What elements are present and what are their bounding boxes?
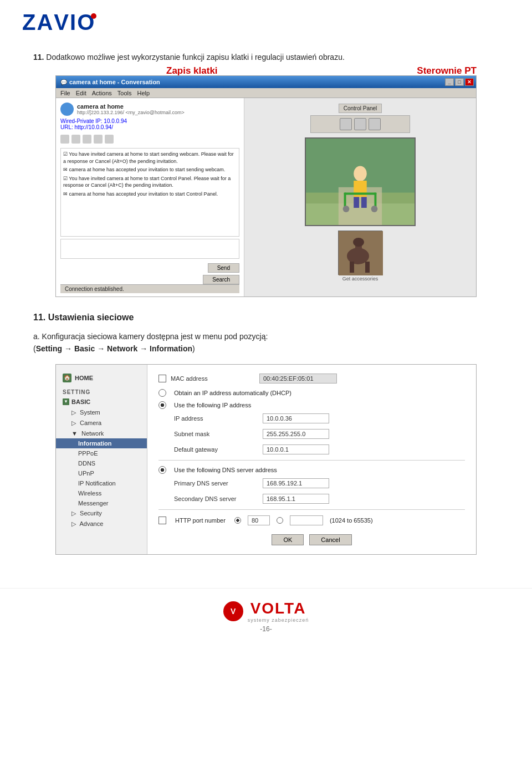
logo-o: O bbox=[77, 10, 94, 35]
toolbar-icon-5[interactable] bbox=[105, 135, 114, 144]
ip-address-row: IP address bbox=[158, 413, 465, 423]
menu-tools[interactable]: Tools bbox=[117, 90, 132, 96]
chat-right-panel: Control Panel bbox=[244, 98, 476, 297]
maximize-button[interactable]: □ bbox=[455, 78, 464, 86]
http-port-input[interactable] bbox=[248, 515, 270, 525]
svg-point-18 bbox=[371, 206, 378, 212]
http-port-custom-input[interactable] bbox=[290, 515, 323, 525]
arrow3: → bbox=[140, 344, 150, 353]
section11-path: (Setting → Basic → Network → Information… bbox=[33, 344, 195, 353]
main-content: 11. Dodatkowo możliwe jest wykorzystanie… bbox=[0, 40, 532, 582]
ok-button[interactable]: OK bbox=[272, 534, 304, 545]
subnet-mask-input[interactable] bbox=[263, 429, 329, 439]
chat-content-area: camera at home http://[220.133.2.196/ <m… bbox=[56, 98, 476, 297]
mac-checkbox[interactable] bbox=[158, 375, 166, 382]
sidebar-item-system[interactable]: ▷ System bbox=[56, 407, 147, 418]
section11-text: a. Konfiguracja sieciowa kamery dostępna… bbox=[33, 330, 499, 355]
close-button[interactable]: ✕ bbox=[465, 78, 474, 86]
arrow1: → bbox=[64, 344, 74, 353]
ctrl-icon-3[interactable] bbox=[369, 118, 381, 130]
secondary-dns-row: Secondary DNS server bbox=[158, 494, 465, 504]
port-custom-radio[interactable] bbox=[277, 517, 283, 524]
thumbnail-image bbox=[338, 231, 382, 275]
sidebar-item-ddns[interactable]: DDNS bbox=[56, 458, 147, 468]
search-button[interactable]: Search bbox=[203, 275, 239, 284]
section11-heading: 11. Ustawienia sieciowe bbox=[33, 313, 499, 323]
mac-address-row: MAC address bbox=[158, 374, 465, 384]
footer-logo-area: V VOLTA systemy zabezpieczeń bbox=[0, 600, 532, 623]
window-controls: _ □ ✕ bbox=[445, 78, 474, 86]
static-ip-label: Use the following IP address bbox=[174, 402, 251, 408]
network-icon: ▼ bbox=[71, 430, 78, 437]
sidebar-item-camera[interactable]: ▷ Camera bbox=[56, 418, 147, 428]
toolbar-icon-4[interactable] bbox=[94, 135, 103, 144]
sidebar-item-advance[interactable]: ▷ Advance bbox=[56, 519, 147, 529]
basic-label: BASIC bbox=[71, 398, 90, 405]
footer-logo-icon: V bbox=[223, 601, 243, 621]
subnet-mask-row: Subnet mask bbox=[158, 429, 465, 439]
advance-icon: ▷ bbox=[71, 520, 76, 527]
header: Z A V I O bbox=[0, 0, 532, 40]
primary-dns-input[interactable] bbox=[263, 478, 329, 488]
toolbar-icon-2[interactable] bbox=[71, 135, 80, 144]
contact-email: http://[220.133.2.196/ <my_zavio@hotmail… bbox=[77, 110, 185, 115]
menu-actions[interactable]: Actions bbox=[92, 90, 112, 96]
footer-sub-text: systemy zabezpieczeń bbox=[248, 617, 309, 623]
static-ip-radio[interactable] bbox=[158, 401, 166, 409]
sidebar-home[interactable]: 🏠 HOME bbox=[56, 370, 147, 386]
home-icon: 🏠 bbox=[63, 374, 71, 382]
basic-group-icon: ▼ bbox=[63, 398, 69, 405]
chat-screenshot-wrapper: Zapis klatki Sterownie PT Ustawienia obr… bbox=[55, 75, 477, 297]
toolbar-icon-3[interactable] bbox=[83, 135, 91, 144]
chat-msg-2: ✉ camera at home has accepted your invit… bbox=[63, 166, 237, 173]
ctrl-icon-1[interactable] bbox=[340, 118, 352, 130]
logo-dot bbox=[91, 13, 96, 19]
http-port-checkbox[interactable] bbox=[158, 517, 166, 524]
ip-address-input[interactable] bbox=[263, 413, 329, 423]
dhcp-radio[interactable] bbox=[158, 389, 166, 397]
content-divider bbox=[158, 460, 465, 461]
subnet-label: Subnet mask bbox=[174, 431, 263, 437]
ip-url[interactable]: http://10.0.0.94/ bbox=[75, 124, 114, 130]
annotation-sterownie-pt: Sterownie PT bbox=[417, 65, 477, 76]
mac-address-input[interactable] bbox=[259, 374, 337, 384]
minimize-button[interactable]: _ bbox=[445, 78, 454, 86]
sidebar-item-upnp[interactable]: UPnP bbox=[56, 468, 147, 478]
section11-number: 11. bbox=[33, 313, 45, 322]
dns-radio[interactable] bbox=[158, 466, 166, 474]
chat-msg-4: ✉ camera at home has accepted your invit… bbox=[63, 191, 237, 198]
control-icons bbox=[310, 115, 410, 133]
dns-label: Use the following DNS server address bbox=[174, 467, 277, 473]
sidebar-item-pppoe[interactable]: PPPoE bbox=[56, 448, 147, 458]
menu-help[interactable]: Help bbox=[137, 90, 150, 96]
menu-file[interactable]: File bbox=[60, 90, 70, 96]
logo-z: Z bbox=[22, 10, 35, 35]
ctrl-icon-2[interactable] bbox=[354, 118, 366, 130]
sidebar-item-security[interactable]: ▷ Security bbox=[56, 508, 147, 519]
section-number: 11. bbox=[33, 53, 44, 62]
chat-input-area[interactable] bbox=[60, 239, 239, 259]
secondary-dns-input[interactable] bbox=[263, 494, 329, 504]
titlebar-title: 💬 camera at home - Conversation bbox=[60, 79, 160, 85]
path-network: Network bbox=[107, 344, 137, 353]
http-port-label: HTTP port number bbox=[175, 517, 226, 524]
chat-conversation-panel: camera at home http://[220.133.2.196/ <m… bbox=[56, 98, 244, 297]
contact-name: camera at home bbox=[77, 103, 185, 110]
security-label: Security bbox=[80, 510, 102, 517]
cancel-button[interactable]: Cancel bbox=[309, 534, 351, 545]
sidebar-item-wireless[interactable]: Wireless bbox=[56, 488, 147, 498]
sidebar-item-information[interactable]: Information bbox=[56, 438, 147, 448]
control-panel-label: Control Panel bbox=[339, 104, 382, 113]
port-80-radio[interactable] bbox=[234, 517, 241, 524]
sidebar-item-network[interactable]: ▼ Network bbox=[56, 428, 147, 438]
toolbar-icons bbox=[60, 135, 239, 144]
section-intro-text: Dodatkowo możliwe jest wykorzystanie fun… bbox=[46, 53, 344, 62]
send-button[interactable]: Send bbox=[208, 263, 239, 273]
menu-edit[interactable]: Edit bbox=[76, 90, 86, 96]
sidebar-item-ip-notification[interactable]: IP Notification bbox=[56, 478, 147, 488]
sidebar-item-messenger[interactable]: Messenger bbox=[56, 498, 147, 508]
toolbar-icon-1[interactable] bbox=[60, 135, 69, 144]
gateway-input[interactable] bbox=[263, 444, 329, 454]
sidebar-basic-group[interactable]: ▼ BASIC bbox=[56, 396, 147, 407]
webcam-svg bbox=[306, 137, 415, 226]
